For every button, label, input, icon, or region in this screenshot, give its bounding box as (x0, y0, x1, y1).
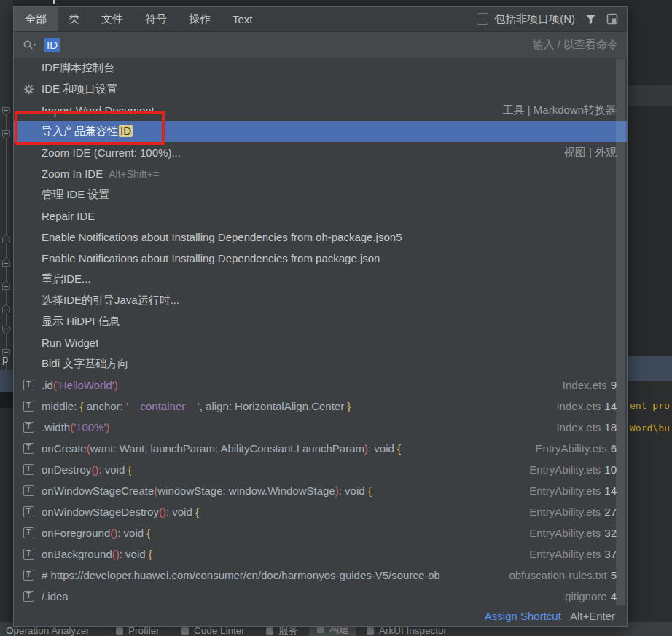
line-number: 14 (604, 484, 617, 497)
list-item-action[interactable]: Enable Notifications about Installing De… (14, 227, 627, 248)
list-item-action[interactable]: 显示 HiDPI 信息 (14, 311, 627, 332)
search-everywhere-dialog: 全部类文件符号操作Text 包括非项目项(N) (13, 6, 628, 627)
fold-expand-icon[interactable] (1, 233, 11, 244)
editor-gutter-strip: p (0, 0, 13, 636)
search-field[interactable]: ID 输入 / 以查看命令 (14, 32, 627, 58)
line-number: 10 (604, 463, 617, 476)
text-occurrence-icon: T (23, 591, 34, 602)
text-occurrence-icon: T (23, 549, 34, 560)
code-snippet: # https://developer.huawei.com/consumer/… (42, 569, 440, 581)
file-name: .gitignore (562, 590, 607, 602)
assign-shortcut-keys: Alt+Enter (570, 610, 615, 622)
action-label: Zoom In IDE (42, 168, 103, 180)
list-item-action[interactable]: 管理 IDE 设置 (14, 184, 627, 205)
line-number: 18 (604, 421, 617, 433)
open-in-window-icon[interactable] (606, 13, 618, 25)
statusbar-item-label: Operation Analyzer (6, 625, 90, 636)
fold-expand-icon[interactable] (1, 256, 11, 267)
search-icon[interactable] (23, 39, 37, 51)
list-item-text-occurrence[interactable]: T onBackground(): void { EntryAbility.et… (14, 543, 627, 565)
list-item-text-occurrence[interactable]: T onForeground(): void { EntryAbility.et… (14, 522, 627, 543)
dialog-footer: Assign Shortcut Alt+Enter (485, 610, 615, 622)
shield-icon (181, 627, 190, 635)
list-item-text-occurrence[interactable]: T onWindowStageDestroy(): void { EntryAb… (14, 501, 627, 522)
code-snippet: middle: { anchor: '__container__', align… (42, 400, 351, 412)
statusbar-item-label: Code Linter (194, 625, 245, 636)
code-snippet: onWindowStageDestroy(): void { (42, 506, 199, 518)
action-label: Bidi 文字基础方向 (42, 357, 128, 371)
list-item-action[interactable]: Zoom In IDEAlt+Shift+= (14, 163, 627, 184)
action-label: Zoom IDE (Current: 100%)... (42, 146, 181, 159)
tab-文件[interactable]: 文件 (90, 7, 134, 31)
list-item-text-occurrence[interactable]: T .width('100%') Index.ets18 (14, 417, 627, 438)
statusbar-item-label: Profiler (128, 625, 160, 636)
fold-collapse-icon[interactable] (1, 130, 11, 141)
tab-类[interactable]: 类 (58, 7, 90, 31)
list-item-text-occurrence[interactable]: T onCreate(want: Want, launchParam: Abil… (14, 438, 627, 459)
background-editor: ent pro Word\bu (628, 381, 672, 621)
tab-全部[interactable]: 全部 (14, 7, 58, 31)
file-name: EntryAbility.ets (536, 442, 607, 455)
assign-shortcut-link[interactable]: Assign Shortcut (485, 610, 561, 622)
text-occurrence-icon: T (23, 464, 34, 475)
file-name: EntryAbility.ets (529, 463, 601, 476)
code-snippet: onForeground(): void { (42, 527, 150, 539)
red-annotation-box (15, 111, 165, 145)
tab-符号[interactable]: 符号 (134, 7, 178, 31)
results-scrollbar[interactable] (616, 59, 625, 605)
background-code-line: ent pro (630, 400, 670, 411)
gauge-icon (115, 627, 124, 635)
checkbox-box[interactable] (477, 13, 488, 25)
file-name: obfuscation-rules.txt (509, 569, 606, 581)
text-occurrence-icon: T (23, 527, 34, 538)
action-label: 显示 HiDPI 信息 (42, 315, 120, 329)
tab-Text[interactable]: Text (222, 7, 264, 31)
action-label: Repair IDE (42, 210, 95, 222)
list-item-action[interactable]: Repair IDE (14, 205, 627, 227)
list-item-text-occurrence[interactable]: T # https://developer.huawei.com/consume… (14, 565, 627, 586)
text-occurrence-icon: T (23, 570, 34, 581)
code-snippet: onWindowStageCreate(windowStage: window.… (42, 484, 372, 497)
file-name: EntryAbility.ets (529, 484, 601, 497)
text-occurrence-icon: T (23, 506, 34, 517)
list-item-action[interactable]: Run Widget (14, 332, 627, 353)
action-label: 选择IDE的引导Java运行时... (42, 294, 179, 307)
list-item-action[interactable]: 选择IDE的引导Java运行时... (14, 290, 627, 311)
text-occurrence-icon: T (23, 443, 34, 454)
list-item-text-occurrence[interactable]: T onDestroy(): void { EntryAbility.ets10 (14, 459, 627, 480)
tab-操作[interactable]: 操作 (178, 7, 222, 31)
list-item-action[interactable]: Bidi 文字基础方向 (14, 353, 627, 374)
search-tabs-bar: 全部类文件符号操作Text 包括非项目项(N) (14, 7, 627, 32)
filter-icon[interactable] (585, 14, 596, 25)
list-item-text-occurrence[interactable]: T .id('HelloWorld') Index.ets9 (14, 374, 627, 396)
list-item-action[interactable]: IDE脚本控制台 (14, 58, 627, 79)
line-number: 14 (604, 400, 617, 412)
list-item-action[interactable]: Enable Notifications about Installing De… (14, 248, 627, 269)
code-snippet: onDestroy(): void { (42, 463, 131, 476)
text-occurrence-icon: T (23, 485, 34, 496)
fold-expand-icon[interactable] (1, 280, 11, 291)
code-snippet: onCreate(want: Want, launchParam: Abilit… (42, 442, 401, 455)
text-occurrence-icon: T (23, 380, 34, 390)
code-snippet: /.idea (42, 590, 69, 602)
list-item-action[interactable]: 重启IDE... (14, 269, 627, 290)
text-occurrence-icon: T (23, 401, 34, 412)
search-input[interactable]: ID (44, 38, 60, 52)
list-item-text-occurrence[interactable]: T onWindowStageCreate(windowStage: windo… (14, 480, 627, 501)
fold-expand-icon[interactable] (1, 303, 11, 314)
code-snippet: .width('100%') (42, 421, 109, 433)
fold-collapse-icon[interactable] (1, 325, 11, 336)
line-number: 37 (604, 548, 617, 560)
background-band (0, 408, 13, 636)
file-name: Index.ets (556, 400, 601, 412)
include-non-project-checkbox[interactable]: 包括非项目项(N) (477, 12, 575, 26)
list-item-text-occurrence[interactable]: T middle: { anchor: '__container__', ali… (14, 396, 627, 417)
list-item-action[interactable]: Zoom IDE (Current: 100%)... 视图 | 外观 (14, 142, 627, 163)
background-editor-area: ent pro Word\bu (628, 0, 672, 636)
list-item-text-occurrence[interactable]: T /.idea .gitignore4 (14, 586, 627, 604)
code-snippet: onBackground(): void { (42, 548, 152, 560)
fold-collapse-icon[interactable] (1, 106, 11, 117)
list-item-action[interactable]: IDE 和项目设置 (14, 79, 627, 100)
action-label: 管理 IDE 设置 (42, 188, 109, 202)
file-name: EntryAbility.ets (529, 548, 601, 560)
